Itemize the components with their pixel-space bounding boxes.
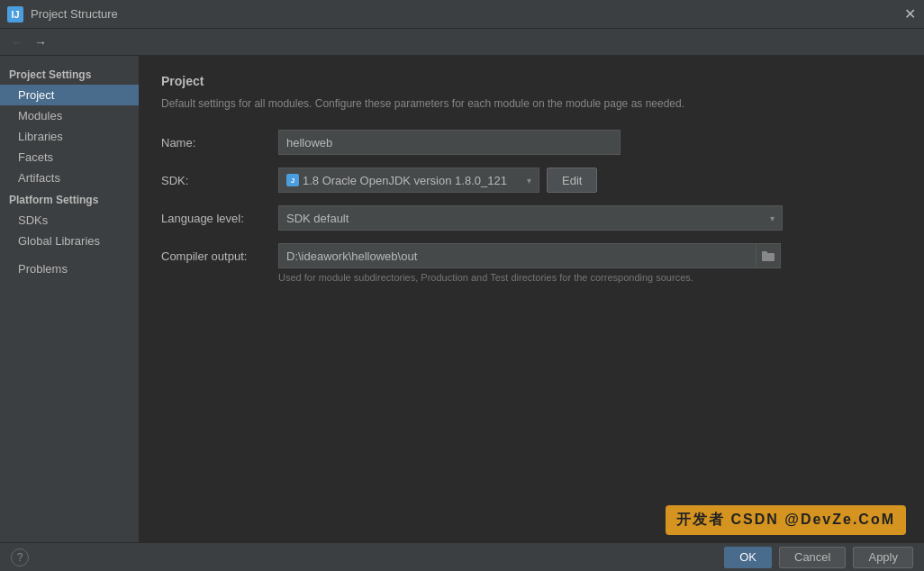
back-button[interactable]: ← bbox=[7, 32, 27, 52]
language-level-label: Language level: bbox=[161, 212, 278, 225]
forward-button[interactable]: → bbox=[31, 32, 50, 52]
sidebar-item-libraries[interactable]: Libraries bbox=[0, 126, 139, 147]
compiler-output-browse-button[interactable] bbox=[756, 243, 781, 268]
name-input[interactable] bbox=[278, 130, 621, 155]
sidebar-item-artifacts[interactable]: Artifacts bbox=[0, 168, 139, 188]
sdk-row: SDK: J 1.8 Oracle OpenJDK version 1.8.0_… bbox=[161, 168, 902, 193]
sdk-label: SDK: bbox=[161, 174, 278, 187]
sdk-control: J 1.8 Oracle OpenJDK version 1.8.0_121 ▾… bbox=[278, 168, 902, 193]
language-level-dropdown[interactable]: SDK default ▾ bbox=[278, 205, 783, 231]
watermark: 开发者 CSDN @DevZe.CoM bbox=[666, 505, 906, 535]
compiler-output-row: Compiler output: bbox=[161, 243, 902, 268]
apply-button[interactable]: Apply bbox=[853, 547, 913, 568]
compiler-output-hint: Used for module subdirectories, Producti… bbox=[278, 272, 693, 283]
compiler-output-control bbox=[278, 243, 781, 268]
help-button[interactable]: ? bbox=[11, 548, 29, 566]
language-level-value: SDK default bbox=[286, 212, 349, 225]
toolbar: ← → bbox=[0, 29, 924, 56]
sdk-value: 1.8 Oracle OpenJDK version 1.8.0_121 bbox=[303, 174, 507, 187]
compiler-output-input[interactable] bbox=[278, 243, 756, 268]
sidebar-item-problems[interactable]: Problems bbox=[0, 258, 139, 279]
bottom-right-buttons: OK Cancel Apply bbox=[724, 547, 913, 568]
folder-icon bbox=[762, 249, 775, 262]
sidebar: Project Settings Project Modules Librari… bbox=[0, 56, 140, 542]
name-label: Name: bbox=[161, 136, 278, 150]
app-icon: IJ bbox=[7, 6, 23, 23]
main-layout: Project Settings Project Modules Librari… bbox=[0, 56, 924, 542]
sdk-edit-button[interactable]: Edit bbox=[547, 168, 597, 193]
svg-rect-3 bbox=[762, 251, 767, 254]
cancel-button[interactable]: Cancel bbox=[779, 547, 846, 568]
sidebar-item-project[interactable]: Project bbox=[0, 85, 139, 105]
title-bar: IJ Project Structure ✕ bbox=[0, 0, 924, 29]
ok-button[interactable]: OK bbox=[724, 547, 772, 568]
compiler-output-section: Compiler output: Used for module subdire… bbox=[161, 243, 902, 283]
svg-rect-2 bbox=[762, 253, 775, 261]
compiler-output-label: Compiler output: bbox=[161, 249, 278, 263]
close-button[interactable]: ✕ bbox=[902, 7, 917, 22]
sdk-select-inner: J 1.8 Oracle OpenJDK version 1.8.0_121 bbox=[286, 174, 527, 187]
content-area: Project Default settings for all modules… bbox=[140, 56, 924, 542]
platform-settings-header: Platform Settings bbox=[0, 188, 139, 210]
project-settings-header: Project Settings bbox=[0, 63, 139, 85]
content-description: Default settings for all modules. Config… bbox=[161, 95, 902, 112]
sidebar-item-sdks[interactable]: SDKs bbox=[0, 210, 139, 231]
sdk-java-icon: J bbox=[286, 174, 299, 186]
window-title: Project Structure bbox=[31, 7, 902, 21]
sdk-dropdown[interactable]: J 1.8 Oracle OpenJDK version 1.8.0_121 ▾ bbox=[278, 168, 539, 193]
sidebar-item-modules[interactable]: Modules bbox=[0, 105, 139, 126]
language-level-row: Language level: SDK default ▾ bbox=[161, 205, 902, 231]
content-title: Project bbox=[161, 74, 902, 88]
language-level-arrow: ▾ bbox=[770, 213, 775, 223]
sdk-dropdown-arrow: ▾ bbox=[527, 176, 531, 186]
svg-text:IJ: IJ bbox=[11, 9, 19, 20]
sidebar-item-global-libraries[interactable]: Global Libraries bbox=[0, 231, 139, 251]
language-level-control: SDK default ▾ bbox=[278, 205, 902, 231]
name-control bbox=[278, 130, 902, 155]
name-row: Name: bbox=[161, 130, 902, 155]
bottom-bar: ? OK Cancel Apply bbox=[0, 542, 924, 571]
sidebar-item-facets[interactable]: Facets bbox=[0, 147, 139, 168]
